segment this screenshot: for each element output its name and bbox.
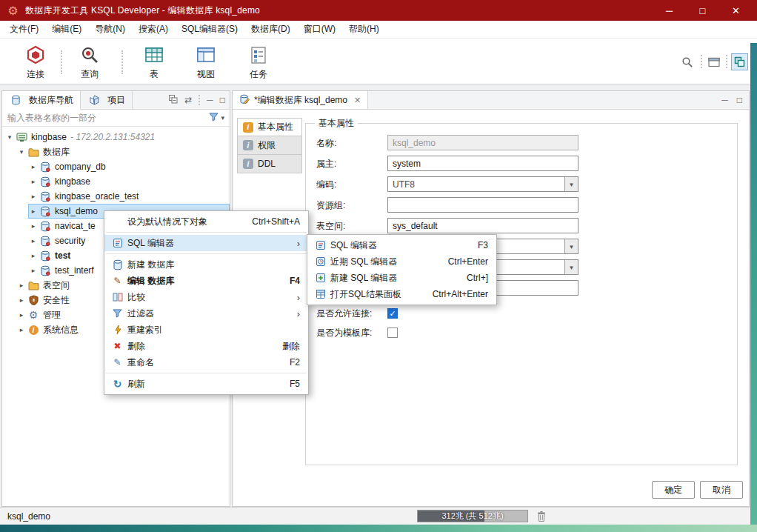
ok-button[interactable]: 确定: [652, 481, 695, 499]
chevron-right-icon[interactable]: ▸: [28, 267, 39, 274]
gear-icon: ⚙: [27, 309, 40, 321]
submenu-item-recent-sql-editor[interactable]: 近期 SQL 编辑器 Ctrl+Enter: [307, 253, 496, 270]
menu-item-rename[interactable]: ✎ 重命名 F2: [104, 354, 308, 370]
window-title: 数据库开发工具 KSQL Developer - 编辑数据库 ksql_demo: [25, 4, 260, 17]
chevron-down-icon[interactable]: ▾: [4, 133, 15, 141]
query-button[interactable]: 查询: [65, 44, 114, 81]
field-value: system: [393, 159, 421, 169]
owner-field[interactable]: system: [387, 156, 578, 171]
tree-item-database[interactable]: ▸ kingbase: [2, 174, 230, 189]
tree-filter-input[interactable]: 输入表格名称的一部分 ▾: [2, 110, 230, 127]
menu-search[interactable]: 搜索(A): [132, 21, 175, 38]
chevron-right-icon[interactable]: ▸: [28, 252, 39, 259]
tree-item-label: test_interf: [55, 265, 94, 276]
search-icon[interactable]: [681, 56, 693, 70]
menu-sql-editor[interactable]: SQL编辑器(S): [175, 21, 244, 38]
view-button[interactable]: 视图: [181, 44, 230, 81]
sql-results-panel-icon: [312, 289, 329, 299]
database-icon: [39, 235, 52, 247]
filter-funnel-icon[interactable]: [209, 113, 219, 124]
table-button[interactable]: 表: [130, 44, 179, 81]
memory-indicator[interactable]: 312兆 (共 512兆): [417, 510, 528, 522]
close-button[interactable]: ✕: [719, 0, 753, 21]
maximize-button[interactable]: □: [686, 0, 719, 21]
menu-item-delete[interactable]: ✖ 删除 删除: [104, 338, 308, 354]
link-with-editor-icon[interactable]: ⇄: [184, 95, 192, 105]
menu-item-label: 比较: [127, 291, 145, 304]
chevron-right-icon[interactable]: ▸: [28, 237, 39, 245]
cancel-button[interactable]: 取消: [700, 481, 743, 499]
tab-permissions[interactable]: i 权限: [237, 136, 302, 155]
submenu-arrow-icon: ›: [297, 238, 300, 249]
menu-item-compare[interactable]: 比较 ›: [104, 289, 308, 305]
tree-item-databases-folder[interactable]: ▾ 数据库: [2, 144, 230, 159]
menu-item-filter[interactable]: 过滤器 ›: [104, 305, 308, 322]
dropdown-arrow-icon[interactable]: ▾: [564, 239, 578, 253]
chevron-right-icon[interactable]: ▸: [16, 296, 27, 304]
chevron-right-icon[interactable]: ▸: [28, 163, 39, 170]
menu-item-set-default[interactable]: 设为默认情况下对象 Ctrl+Shift+A: [104, 213, 308, 230]
minimize-button[interactable]: ─: [653, 0, 686, 21]
menu-database[interactable]: 数据库(D): [244, 21, 297, 38]
chevron-right-icon[interactable]: ▸: [16, 311, 27, 319]
connect-button[interactable]: 连接: [11, 44, 60, 81]
encoding-select[interactable]: UTF8 ▾: [387, 176, 578, 192]
menu-navigate[interactable]: 导航(N): [88, 21, 132, 38]
filter-dropdown-icon[interactable]: ▾: [221, 114, 224, 122]
tab-project[interactable]: 项目: [81, 91, 133, 109]
collapse-all-icon[interactable]: [169, 95, 178, 106]
tab-edit-database[interactable]: *编辑数据库 ksql_demo ✕: [233, 91, 368, 109]
chevron-right-icon[interactable]: ▸: [28, 222, 39, 230]
is-template-checkbox[interactable]: [387, 327, 398, 338]
chevron-right-icon[interactable]: ▸: [16, 282, 27, 289]
panel-maximize-icon[interactable]: □: [220, 95, 225, 105]
tree-item-database[interactable]: ▸ kingbase_oracle_test: [2, 189, 230, 204]
editor-maximize-icon[interactable]: □: [737, 95, 742, 105]
dropdown-arrow-icon[interactable]: ▾: [564, 260, 578, 274]
application-window: ⚙ 数据库开发工具 KSQL Developer - 编辑数据库 ksql_de…: [0, 0, 757, 532]
chevron-down-icon[interactable]: ▾: [16, 148, 27, 156]
submenu-item-sql-editor[interactable]: SQL 编辑器 F3: [307, 237, 496, 253]
query-icon: [65, 44, 114, 66]
menu-item-edit-database[interactable]: ✎ 编辑 数据库 F4: [104, 273, 308, 289]
garbage-collect-icon[interactable]: [536, 511, 547, 525]
chevron-right-icon[interactable]: ▸: [28, 207, 39, 215]
chevron-right-icon[interactable]: ▸: [28, 193, 39, 200]
tab-ddl[interactable]: i DDL: [237, 155, 302, 173]
close-tab-icon[interactable]: ✕: [354, 96, 361, 105]
menu-edit[interactable]: 编辑(E): [45, 21, 88, 38]
panel-minimize-icon[interactable]: ─: [207, 95, 213, 105]
tree-item-label: kingbase: [55, 176, 90, 187]
tree-item-connection[interactable]: ▾ kingbase - 172.20.2.131:54321: [2, 130, 230, 144]
menu-item-sql-editor[interactable]: SQL 编辑器 ›: [104, 235, 308, 251]
tab-basic-properties[interactable]: i 基本属性: [237, 118, 302, 136]
name-label: 名称:: [316, 137, 336, 150]
toolbar-separator: [121, 50, 123, 74]
dropdown-arrow-icon[interactable]: ▾: [564, 177, 578, 191]
open-view-icon[interactable]: [708, 57, 720, 70]
submenu-item-open-sql-results[interactable]: 打开SQL结果面板 Ctrl+Alt+Enter: [307, 286, 496, 302]
submenu-item-new-sql-editor[interactable]: 新建 SQL 编辑器 Ctrl+]: [307, 270, 496, 286]
menu-file[interactable]: 文件(F): [3, 21, 45, 38]
permissions-icon: i: [243, 140, 253, 150]
menu-help[interactable]: 帮助(H): [342, 21, 386, 38]
tree-item-label: test: [55, 250, 70, 261]
shield-icon: [27, 294, 40, 306]
menu-item-label: 打开SQL结果面板: [330, 288, 401, 301]
menu-item-new-database[interactable]: 新建 数据库: [104, 256, 308, 273]
perspective-icon[interactable]: [731, 53, 748, 70]
group-title: 基本属性: [315, 117, 358, 130]
chevron-right-icon[interactable]: ▸: [16, 326, 27, 333]
editor-minimize-icon[interactable]: ─: [721, 95, 728, 105]
tree-item-database[interactable]: ▸ company_db: [2, 159, 230, 174]
allow-connect-checkbox[interactable]: ✓: [387, 308, 398, 319]
menu-item-rebuild-index[interactable]: 重建索引: [104, 322, 308, 338]
chevron-right-icon[interactable]: ▸: [28, 178, 39, 185]
task-button[interactable]: 任务: [234, 44, 283, 81]
menu-window[interactable]: 窗口(W): [297, 21, 342, 38]
menu-item-refresh[interactable]: ↻ 刷新 F5: [104, 376, 308, 392]
tablespace-field[interactable]: sys_default: [387, 218, 578, 233]
database-navigator-icon: [9, 94, 22, 106]
resource-group-field[interactable]: [387, 197, 578, 213]
tab-database-navigator[interactable]: 数据库导航: [2, 91, 81, 110]
